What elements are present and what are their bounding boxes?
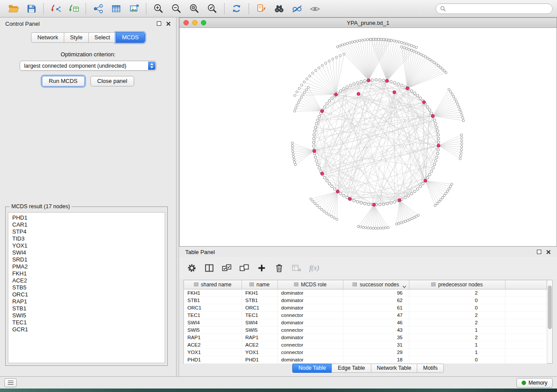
zoom-in-icon: [153, 3, 164, 14]
column-header-shared-name[interactable]: shared name: [184, 280, 242, 289]
refresh-view-button[interactable]: [228, 2, 246, 16]
mcds-result-item[interactable]: STB5: [12, 284, 161, 291]
open-folder-icon: [8, 3, 19, 14]
deselect-all-button[interactable]: [237, 261, 252, 275]
tab-node-table[interactable]: Node Table: [292, 364, 332, 373]
plus-icon: [257, 264, 266, 272]
optimization-dropdown[interactable]: largest connected component (undirected): [20, 61, 156, 71]
tab-mcds[interactable]: MCDS: [116, 32, 145, 43]
select-all-button[interactable]: [219, 261, 234, 275]
table-row[interactable]: SWI4SWI4dominator462: [184, 319, 547, 326]
mcds-result-item[interactable]: RAP1: [12, 298, 161, 305]
table-row[interactable]: YOX1YOX1connector291: [184, 348, 547, 356]
close-table-panel-icon[interactable]: [546, 250, 551, 254]
tab-style[interactable]: Style: [64, 32, 88, 43]
import-network-button[interactable]: [47, 2, 65, 16]
control-panel-title: Control Panel: [5, 21, 40, 27]
table-row[interactable]: ORC1ORC1dominator610: [184, 304, 547, 311]
search-network-button[interactable]: [270, 2, 288, 16]
optimization-criterion-label: Optimization criterion:: [0, 51, 176, 58]
table-row[interactable]: TEC1TEC1connector472: [184, 311, 547, 319]
column-header-predecessor-nodes[interactable]: predecessor nodes: [409, 280, 505, 289]
toggle-columns-button[interactable]: [202, 261, 217, 275]
import-table-button[interactable]: [65, 2, 83, 16]
zoom-fit-button[interactable]: [185, 2, 203, 16]
new-table-button[interactable]: [107, 2, 125, 16]
mcds-result-item[interactable]: TEC1: [12, 319, 161, 326]
table-panel: Table Panel: [179, 247, 557, 376]
table-row[interactable]: FKH1FKH1dominator962: [184, 289, 547, 296]
export-image-button[interactable]: [125, 2, 143, 16]
mcds-result-item[interactable]: STP4: [12, 228, 161, 235]
network-canvas[interactable]: [180, 28, 557, 246]
control-panel-tabs: Network Style Select MCDS: [0, 30, 176, 43]
hide-selected-button[interactable]: [288, 2, 306, 16]
sort-chevron-icon[interactable]: [402, 283, 406, 289]
column-header-successor-nodes[interactable]: successor nodes: [343, 280, 409, 289]
search-box: [436, 3, 553, 14]
control-panel: Control Panel Network Style Select MCDS …: [0, 17, 176, 376]
right-area: YPA_prune.txt_1 Table Panel: [179, 17, 557, 376]
save-session-button[interactable]: [22, 2, 40, 16]
mcds-result-item[interactable]: TID3: [12, 235, 161, 242]
zoom-out-button[interactable]: [167, 2, 185, 16]
zoom-selected-icon: [207, 3, 218, 14]
table-scrollbar[interactable]: [547, 280, 552, 363]
toolbar-separator: [86, 3, 86, 14]
mcds-result-item[interactable]: PHD1: [12, 214, 161, 221]
mcds-result-item[interactable]: GCR1: [12, 326, 161, 333]
tab-edge-table[interactable]: Edge Table: [332, 364, 370, 373]
delete-row-button[interactable]: [272, 261, 287, 275]
main-toolbar: [0, 0, 557, 17]
mcds-result-item[interactable]: YOX1: [12, 242, 161, 249]
search-input[interactable]: [448, 6, 548, 12]
mcds-result-item[interactable]: SRD1: [12, 256, 161, 263]
mcds-result-item[interactable]: ACE2: [12, 277, 161, 284]
scrollbar-thumb[interactable]: [548, 285, 552, 329]
table-panel-title: Table Panel: [185, 249, 215, 255]
table-toolbar: f(x): [179, 257, 557, 279]
table-row[interactable]: ACE2ACE2connector311: [184, 341, 547, 348]
mcds-result-item[interactable]: ORC1: [12, 291, 161, 298]
column-type-icon: [431, 282, 436, 286]
zoom-in-button[interactable]: [149, 2, 167, 16]
memory-button[interactable]: Memory: [516, 378, 553, 388]
table-row[interactable]: PHD1PHD1dominator180: [184, 356, 547, 363]
close-panel-button[interactable]: Close panel: [90, 76, 135, 86]
mcds-result-item[interactable]: FKH1: [12, 270, 161, 277]
mcds-result-fieldset: MCDS result (17 nodes) PHD1CAR1STP4TID3Y…: [5, 203, 168, 366]
eye-icon: [309, 3, 321, 14]
zoom-selected-button[interactable]: [203, 2, 221, 16]
dropdown-stepper-icon: [148, 62, 156, 70]
column-header-name[interactable]: name: [242, 280, 277, 289]
table-settings-button[interactable]: [184, 261, 199, 275]
table-row[interactable]: RAP1RAP1dominator352: [184, 334, 547, 341]
table-row[interactable]: STB1STB1dominator620: [184, 296, 547, 304]
mcds-result-item[interactable]: SWI4: [12, 249, 161, 256]
mcds-result-item[interactable]: SWI5: [12, 312, 161, 319]
column-header-mcds-role[interactable]: MCDS role: [277, 280, 343, 289]
table-row[interactable]: SWI5SWI5connector431: [184, 326, 547, 334]
column-type-icon: [353, 282, 357, 286]
copy-share-button[interactable]: [252, 2, 270, 16]
tab-network-table[interactable]: Network Table: [371, 364, 417, 373]
menu-button[interactable]: [4, 378, 17, 387]
copy-share-icon: [256, 3, 266, 14]
new-network-button[interactable]: [89, 2, 107, 16]
import-network-icon: [50, 3, 62, 14]
tab-select[interactable]: Select: [88, 32, 116, 43]
add-row-button[interactable]: [254, 261, 269, 275]
tab-network[interactable]: Network: [31, 32, 64, 43]
close-panel-icon[interactable]: [166, 21, 171, 26]
network-window-title: YPA_prune.txt_1: [180, 20, 557, 26]
mcds-result-item[interactable]: PMA2: [12, 263, 161, 270]
mcds-result-list: PHD1CAR1STP4TID3YOX1SWI4SRD1PMA2FKH1ACE2…: [8, 212, 165, 363]
show-all-button[interactable]: [306, 2, 324, 16]
open-file-button[interactable]: [4, 2, 22, 16]
float-panel-icon[interactable]: [157, 21, 161, 26]
float-table-panel-icon[interactable]: [537, 250, 541, 254]
run-mcds-button[interactable]: Run MCDS: [42, 76, 85, 86]
mcds-result-item[interactable]: CAR1: [12, 221, 161, 228]
tab-motifs[interactable]: Motifs: [417, 364, 443, 373]
mcds-result-item[interactable]: STB1: [12, 305, 161, 312]
